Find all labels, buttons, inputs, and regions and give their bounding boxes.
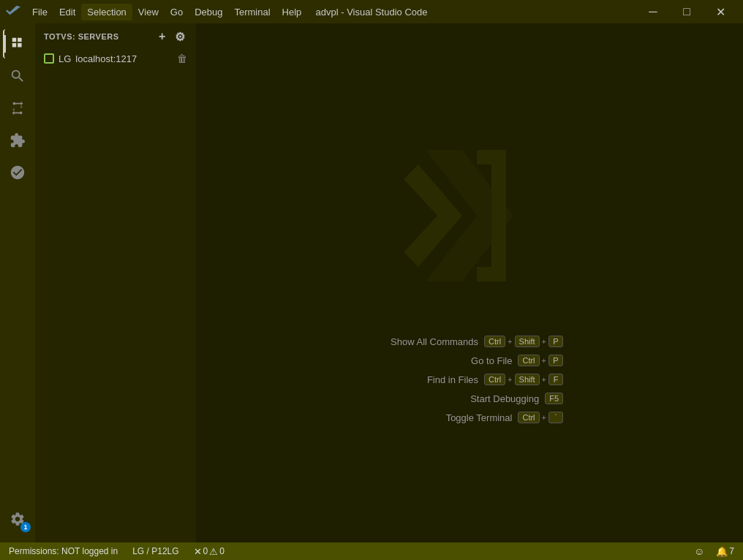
- menu-go[interactable]: Go: [165, 4, 189, 20]
- statusbar-permissions[interactable]: Permissions: NOT logged in: [6, 546, 121, 556]
- activity-bar: 1: [0, 23, 35, 542]
- sidebar-title: TOTVS: SERVERS: [44, 32, 119, 41]
- statusbar-left: Permissions: NOT logged in LG / P12LG ✕ …: [6, 546, 227, 557]
- kbd-ctrl-2: Ctrl: [518, 355, 539, 366]
- kbd-ctrl: Ctrl: [484, 336, 505, 347]
- warning-icon: ⚠: [209, 546, 218, 557]
- menu-help[interactable]: Help: [276, 4, 308, 20]
- kbd-p: P: [548, 336, 563, 347]
- shortcut-keys-goto-file: Ctrl + P: [518, 355, 563, 366]
- add-server-button[interactable]: +: [155, 29, 170, 44]
- shortcut-label-goto-file: Go to File: [410, 355, 512, 366]
- menu-file[interactable]: File: [26, 4, 53, 20]
- menu-edit[interactable]: Edit: [53, 4, 81, 20]
- minimize-button[interactable]: ─: [636, 0, 670, 23]
- statusbar-right: ☺ 🔔 7: [691, 545, 737, 557]
- server-host: localhost:1217: [75, 53, 137, 64]
- statusbar: Permissions: NOT logged in LG / P12LG ✕ …: [0, 542, 743, 560]
- error-count: 0: [203, 546, 208, 556]
- shortcut-row-commands: Show All Commands Ctrl + Shift + P: [376, 336, 563, 347]
- statusbar-server-info[interactable]: LG / P12LG: [129, 546, 181, 556]
- shortcut-row-terminal: Toggle Terminal Ctrl + `: [410, 412, 563, 423]
- welcome-shortcuts: Show All Commands Ctrl + Shift + P Go to…: [376, 336, 563, 423]
- permissions-text: Permissions: NOT logged in: [9, 546, 118, 556]
- editor-area: Show All Commands Ctrl + Shift + P Go to…: [196, 23, 743, 542]
- statusbar-notifications[interactable]: 🔔 7: [713, 546, 737, 557]
- activity-source-control[interactable]: [3, 94, 32, 123]
- kbd-shift-2: Shift: [515, 374, 540, 385]
- activity-settings[interactable]: 1: [3, 504, 32, 534]
- kbd-ctrl-3: Ctrl: [484, 374, 505, 385]
- shortcut-row-debug: Start Debugging F5: [437, 393, 563, 404]
- close-button[interactable]: ✕: [704, 0, 737, 23]
- restore-button[interactable]: □: [670, 0, 704, 23]
- statusbar-smiley[interactable]: ☺: [691, 545, 707, 557]
- shortcut-keys-find: Ctrl + Shift + F: [484, 374, 563, 385]
- shortcut-keys-terminal: Ctrl + `: [518, 412, 563, 423]
- shortcut-label-commands: Show All Commands: [376, 336, 478, 347]
- vscode-logo-icon: [6, 4, 20, 19]
- shortcut-keys-commands: Ctrl + Shift + P: [484, 336, 563, 347]
- activity-explorer[interactable]: [3, 29, 32, 58]
- activity-bar-bottom: 1: [3, 504, 32, 542]
- server-name: LG: [59, 53, 71, 64]
- kbd-f: F: [548, 374, 563, 385]
- menu-view[interactable]: View: [132, 4, 165, 20]
- titlebar: File Edit Selection View Go Debug Termin…: [0, 0, 743, 23]
- activity-remote-explorer[interactable]: [3, 158, 32, 187]
- shortcut-label-find: Find in Files: [376, 374, 478, 385]
- server-info-text: LG / P12LG: [132, 546, 178, 556]
- server-status-icon: [44, 53, 54, 64]
- sidebar-header-actions: + ⚙: [155, 29, 187, 44]
- window-title: advpl - Visual Studio Code: [316, 7, 428, 18]
- activity-extensions[interactable]: [3, 126, 32, 155]
- activity-search[interactable]: [3, 61, 32, 91]
- kbd-backtick: `: [548, 412, 563, 423]
- menu-terminal[interactable]: Terminal: [228, 4, 276, 20]
- vscode-watermark: [396, 143, 543, 292]
- shortcut-keys-debug: F5: [545, 393, 563, 404]
- notification-count: 7: [729, 546, 734, 556]
- statusbar-errors[interactable]: ✕ 0 ⚠ 0: [191, 546, 227, 557]
- main-area: 1 TOTVS: SERVERS + ⚙ LG localhost:1217 🗑: [0, 23, 743, 542]
- sidebar-settings-button[interactable]: ⚙: [173, 29, 187, 44]
- kbd-f5: F5: [545, 393, 563, 404]
- error-icon: ✕: [194, 546, 202, 557]
- warning-count: 0: [219, 546, 225, 556]
- menu-bar: File Edit Selection View Go Debug Termin…: [26, 4, 307, 20]
- shortcut-row-find: Find in Files Ctrl + Shift + F: [376, 374, 563, 385]
- smiley-icon: ☺: [694, 545, 704, 557]
- server-list-item[interactable]: LG localhost:1217 🗑: [35, 50, 196, 67]
- delete-server-button[interactable]: 🗑: [177, 53, 187, 64]
- kbd-p-2: P: [548, 355, 563, 366]
- settings-badge: 1: [20, 522, 31, 532]
- menu-selection[interactable]: Selection: [81, 4, 132, 20]
- shortcut-label-debug: Start Debugging: [437, 393, 539, 404]
- window-controls: ─ □ ✕: [636, 0, 737, 23]
- shortcut-row-goto-file: Go to File Ctrl + P: [410, 355, 563, 366]
- menu-debug[interactable]: Debug: [189, 4, 228, 20]
- sidebar: TOTVS: SERVERS + ⚙ LG localhost:1217 🗑: [35, 23, 196, 542]
- bell-icon: 🔔: [716, 546, 728, 557]
- sidebar-header: TOTVS: SERVERS + ⚙: [35, 23, 196, 50]
- kbd-ctrl-4: Ctrl: [518, 412, 539, 423]
- shortcut-label-terminal: Toggle Terminal: [410, 412, 512, 423]
- titlebar-left: File Edit Selection View Go Debug Termin…: [6, 4, 307, 20]
- kbd-shift: Shift: [515, 336, 540, 347]
